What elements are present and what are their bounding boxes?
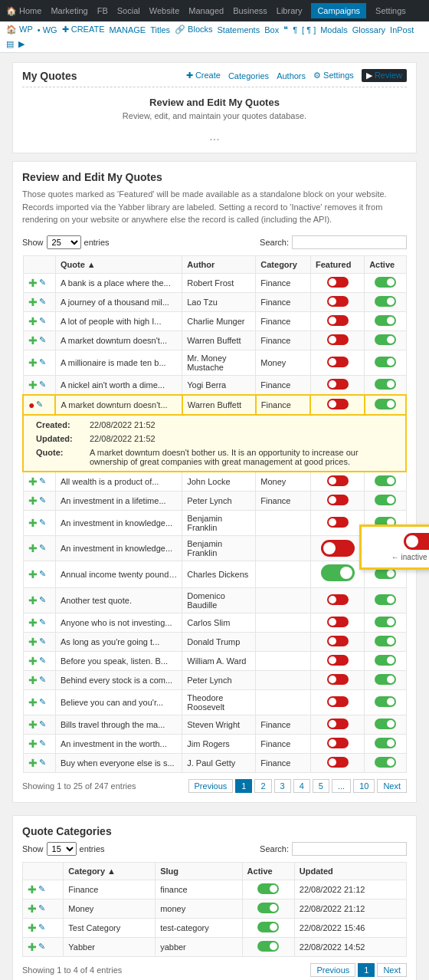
nav-para[interactable]: ¶ [293, 25, 297, 35]
nav-grid[interactable]: ▤ [6, 39, 14, 49]
add-icon[interactable]: ✚ [28, 334, 38, 347]
add-icon[interactable]: ✚ [28, 922, 37, 934]
nav-create[interactable]: ✚ CREATE [62, 25, 105, 35]
page-5-button[interactable]: 5 [313, 779, 329, 793]
featured-toggle[interactable] [327, 738, 349, 748]
active-toggle[interactable] [375, 568, 396, 579]
add-icon[interactable]: ✚ [28, 696, 38, 709]
nav-website[interactable]: Website [149, 6, 180, 15]
nav-statements[interactable]: Statements [218, 25, 260, 35]
featured-toggle[interactable] [327, 674, 349, 685]
active-toggle[interactable] [375, 495, 396, 505]
nav-wg[interactable]: • WG [38, 25, 57, 35]
active-toggle[interactable] [375, 617, 396, 627]
nav-marketing[interactable]: Marketing [51, 6, 87, 15]
active-toggle[interactable] [375, 674, 396, 685]
nav-business[interactable]: Business [233, 6, 267, 15]
featured-toggle[interactable] [327, 594, 349, 605]
add-icon[interactable]: ✚ [28, 542, 38, 554]
active-toggle[interactable] [375, 738, 396, 748]
active-toggle[interactable] [257, 883, 279, 894]
cat-prev-button[interactable]: Previous [310, 963, 355, 977]
edit-icon[interactable]: ✎ [36, 400, 43, 409]
add-icon[interactable]: ✚ [28, 357, 38, 369]
next-button[interactable]: Next [377, 779, 407, 793]
edit-icon[interactable]: ✎ [39, 595, 46, 605]
active-toggle[interactable] [375, 636, 396, 646]
featured-toggle[interactable] [327, 655, 349, 666]
edit-icon[interactable]: ✎ [39, 495, 46, 505]
quote-featured[interactable] [310, 331, 364, 350]
add-icon[interactable]: ✚ [28, 315, 38, 327]
page-10-button[interactable]: 10 [353, 779, 375, 793]
featured-toggle[interactable] [327, 495, 349, 505]
quote-active[interactable] [365, 375, 406, 395]
edit-icon[interactable]: ✎ [39, 476, 46, 486]
settings-action[interactable]: ⚙ Settings [313, 71, 354, 81]
cat-col-active[interactable]: Active [242, 862, 294, 880]
page-2-button[interactable]: 2 [254, 779, 271, 793]
nav-managed[interactable]: Managed [188, 6, 224, 15]
add-icon[interactable]: ✚ [28, 674, 38, 686]
active-toggle[interactable] [257, 941, 279, 952]
add-icon[interactable]: ✚ [28, 517, 38, 529]
edit-icon[interactable]: ✎ [39, 543, 46, 553]
col-header-category[interactable]: Category [256, 255, 311, 273]
cat-show-select[interactable]: 15102550 [47, 842, 77, 856]
featured-toggle[interactable] [327, 636, 349, 646]
edit-icon[interactable]: ✎ [39, 719, 46, 729]
add-icon[interactable]: ✚ [28, 594, 38, 607]
col-header-featured[interactable]: Featured [310, 255, 364, 273]
active-toggle[interactable] [375, 757, 396, 768]
nav-home[interactable]: 🏠 Home [6, 6, 41, 16]
page-4-button[interactable]: 4 [293, 779, 310, 793]
add-icon[interactable]: ✚ [28, 883, 37, 896]
add-icon[interactable]: ✚ [28, 296, 38, 308]
active-toggle[interactable] [257, 903, 279, 913]
add-icon[interactable]: ✚ [28, 903, 37, 915]
edit-icon[interactable]: ✎ [38, 903, 45, 913]
categories-search-input[interactable] [292, 842, 407, 856]
add-icon[interactable]: ✚ [28, 941, 37, 953]
edit-icon[interactable]: ✎ [38, 922, 45, 932]
featured-toggle[interactable] [327, 719, 349, 729]
add-icon[interactable]: ✚ [28, 719, 38, 731]
featured-toggle[interactable] [327, 757, 349, 768]
add-icon[interactable]: ✚ [28, 568, 38, 580]
col-header-author[interactable]: Author [182, 255, 256, 273]
nav-blocks[interactable]: 🔗 Blocks [175, 25, 212, 35]
edit-icon[interactable]: ✎ [38, 942, 45, 952]
nav-glossary[interactable]: Glossary [352, 25, 385, 35]
nav-wp[interactable]: 🏠 WP [6, 25, 33, 35]
nav-inpost[interactable]: InPost [390, 25, 414, 35]
nav-video[interactable]: ▶ [18, 39, 25, 49]
nav-titles[interactable]: Titles [150, 25, 170, 35]
add-icon[interactable]: ✚ [28, 475, 38, 488]
nav-box[interactable]: Box [264, 25, 279, 35]
review-action[interactable]: ▶ Review [362, 69, 407, 82]
page-1-button[interactable]: 1 [235, 779, 252, 793]
categories-action[interactable]: Categories [228, 71, 269, 81]
add-icon[interactable]: ✚ [28, 636, 38, 648]
nav-modals[interactable]: Modals [320, 25, 347, 35]
edit-icon[interactable]: ✎ [39, 569, 46, 579]
featured-toggle[interactable] [327, 617, 349, 627]
featured-toggle-large-off[interactable] [321, 540, 355, 557]
quote-featured[interactable] [310, 292, 364, 311]
quote-active[interactable] [365, 331, 406, 350]
featured-toggle[interactable] [327, 475, 349, 486]
edit-icon[interactable]: ✎ [39, 738, 46, 748]
expanded-featured[interactable] [310, 395, 364, 415]
nav-campaigns[interactable]: Campaigns [311, 3, 366, 18]
add-icon[interactable]: ✚ [28, 379, 38, 391]
edit-icon[interactable]: ✎ [39, 316, 46, 326]
edit-icon[interactable]: ✎ [39, 518, 46, 528]
nav-fb[interactable]: FB [97, 6, 108, 15]
edit-icon[interactable]: ✎ [39, 335, 46, 345]
cat-col-slug[interactable]: Slug [156, 862, 242, 880]
nav-social[interactable]: Social [117, 6, 140, 15]
nav-library[interactable]: Library [277, 6, 303, 15]
edit-icon[interactable]: ✎ [39, 297, 46, 307]
create-action[interactable]: ✚ Create [186, 71, 221, 81]
edit-icon[interactable]: ✎ [39, 278, 46, 288]
